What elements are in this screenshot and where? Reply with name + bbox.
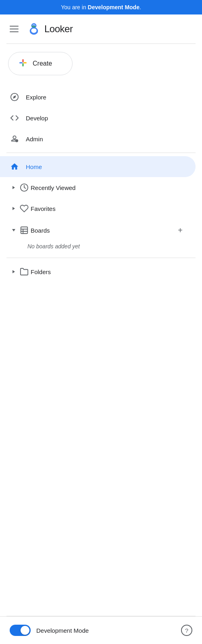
toggle-track [10, 625, 31, 636]
admin-icon [10, 134, 19, 144]
nav-label-recently-viewed: Recently Viewed [31, 184, 186, 191]
dev-mode-toggle-label: Development Mode [36, 627, 175, 634]
logo-text: Looker [44, 23, 73, 35]
nav-item-home[interactable]: Home [0, 156, 196, 177]
heart-icon [19, 204, 29, 213]
dev-mode-toggle[interactable] [10, 625, 31, 636]
dev-mode-banner: You are in Development Mode. [0, 0, 202, 14]
folders-expand-arrow [10, 268, 18, 276]
nav-label-boards: Boards [31, 227, 173, 234]
logo-container: Looker [27, 22, 73, 36]
folders-section: Folders [0, 258, 202, 285]
recently-viewed-expand-arrow [10, 184, 18, 192]
svg-marker-26 [12, 270, 15, 273]
svg-marker-18 [12, 186, 15, 189]
looker-logo-icon [27, 22, 41, 36]
svg-rect-22 [21, 227, 28, 234]
clock-icon [19, 183, 29, 192]
header-divider [6, 43, 196, 44]
create-plus-icon [18, 58, 28, 69]
nav-label-home: Home [26, 163, 186, 170]
nav-item-admin[interactable]: Admin [0, 128, 196, 149]
nav-label-favorites: Favorites [31, 205, 186, 212]
banner-bold: Development Mode [88, 4, 140, 10]
nav-label-folders: Folders [31, 268, 186, 275]
main-nav-section: Explore Develop Admin [0, 83, 202, 153]
header: Looker [0, 14, 202, 43]
nav-item-folders[interactable]: Folders [0, 261, 196, 282]
nav-item-explore[interactable]: Explore [0, 87, 196, 107]
boards-expand-arrow [10, 226, 18, 234]
toggle-thumb [21, 626, 29, 635]
create-button[interactable]: Create [8, 52, 73, 75]
no-boards-message: No boards added yet [0, 242, 202, 254]
svg-point-17 [16, 140, 17, 141]
nav-label-explore: Explore [26, 94, 186, 101]
svg-point-15 [13, 136, 16, 139]
favorites-expand-arrow [10, 204, 18, 213]
bottom-section: Development Mode ? [0, 616, 202, 644]
home-section: Home Recently Viewed Favorites [0, 153, 202, 258]
boards-add-button[interactable]: + [175, 225, 186, 236]
compass-icon [10, 92, 19, 102]
folder-icon [19, 267, 29, 277]
nav-label-admin: Admin [26, 136, 186, 142]
home-icon [10, 162, 19, 171]
nav-item-favorites[interactable]: Favorites [0, 198, 196, 219]
banner-prefix: You are in [61, 4, 87, 10]
svg-rect-12 [23, 62, 27, 64]
boards-icon [19, 225, 29, 235]
svg-marker-14 [13, 95, 16, 99]
hamburger-menu-icon[interactable] [8, 24, 20, 34]
svg-marker-21 [12, 229, 15, 231]
nav-label-develop: Develop [26, 115, 186, 122]
create-label: Create [33, 60, 52, 67]
help-icon[interactable]: ? [181, 625, 192, 636]
svg-marker-20 [12, 207, 15, 210]
nav-item-develop[interactable]: Develop [0, 107, 196, 128]
code-icon [10, 113, 19, 123]
banner-suffix: . [140, 4, 141, 10]
spacer [0, 285, 202, 616]
nav-item-recently-viewed[interactable]: Recently Viewed [0, 177, 196, 198]
svg-rect-10 [23, 63, 24, 66]
nav-item-boards[interactable]: Boards + [0, 219, 196, 242]
svg-rect-9 [23, 59, 24, 62]
svg-rect-11 [19, 62, 23, 64]
